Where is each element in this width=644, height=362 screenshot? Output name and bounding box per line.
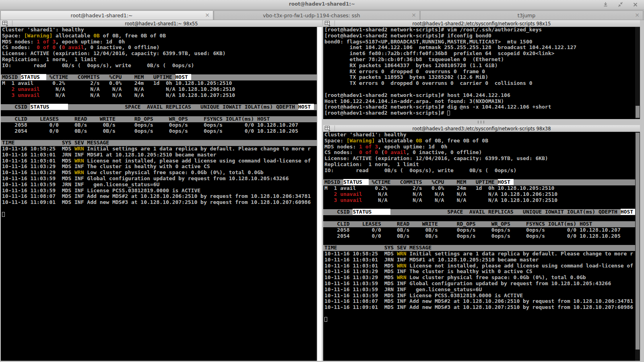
terminal-screen[interactable]: Cluster 'shared1': healthySpace: [Warnin…: [323, 132, 635, 361]
terminal-screen[interactable]: [root@hadev1-shared2 network-scripts]# v…: [323, 27, 635, 119]
scrollbar[interactable]: [317, 27, 322, 361]
window-title: root@hadev1-shared1:~: [0, 1, 644, 7]
tab-t3jump[interactable]: t3jump ×: [420, 10, 643, 20]
titlebar-separator: [334, 125, 335, 131]
terminal-screen[interactable]: Cluster 'shared1': healthySpace: [Warnin…: [1, 27, 317, 361]
tab-label: root@hadev1-shared1:~: [1, 12, 202, 19]
divider-grip[interactable]: [478, 121, 484, 123]
minimize-button[interactable]: [603, 2, 609, 8]
tab-close-icon[interactable]: ×: [411, 12, 416, 18]
terminal-pane-shared2[interactable]: root@hadev1-shared2:/etc/sysconfig/netwo…: [323, 20, 640, 119]
pane-title: root@hadev1-shared3:/etc/sysconfig/netwo…: [338, 126, 625, 132]
window-controls: [603, 2, 638, 8]
terminator-window: root@hadev1-shared1:~ root@hadev1-shared…: [0, 0, 644, 362]
close-window-icon[interactable]: [632, 2, 638, 8]
scrollbar[interactable]: [635, 132, 640, 361]
titlebar-separator: [334, 21, 335, 26]
group-grid-icon[interactable]: [324, 125, 332, 132]
scrollbar-thumb[interactable]: [318, 27, 322, 361]
titlebar-separator: [12, 21, 12, 26]
pane-titlebar[interactable]: root@hadev1-shared1:~ 98x55: [1, 20, 322, 27]
tab-shared1[interactable]: root@hadev1-shared1:~ ×: [0, 10, 213, 20]
pane-divider-horizontal[interactable]: [323, 119, 640, 125]
tab-close-icon[interactable]: ×: [635, 12, 640, 18]
pane-title: root@hadev1-shared2:/etc/sysconfig/netwo…: [338, 21, 625, 27]
scrollbar[interactable]: [635, 27, 640, 119]
tab-close-icon[interactable]: ×: [205, 12, 210, 18]
tab-label: vbo-t3x-pro-fw1-udp-1194-chases: ssh: [214, 12, 409, 19]
pane-titlebar[interactable]: root@hadev1-shared3:/etc/sysconfig/netwo…: [323, 125, 640, 132]
terminal-pane-shared3[interactable]: root@hadev1-shared3:/etc/sysconfig/netwo…: [323, 125, 640, 361]
group-grid-icon[interactable]: [2, 21, 10, 27]
tab-bar: root@hadev1-shared1:~ × vbo-t3x-pro-fw1-…: [0, 10, 644, 20]
pane-title: root@hadev1-shared1:~ 98x55: [15, 21, 308, 27]
pane-titlebar[interactable]: root@hadev1-shared2:/etc/sysconfig/netwo…: [323, 20, 640, 27]
tab-vbo-ssh[interactable]: vbo-t3x-pro-fw1-udp-1194-chases: ssh ×: [214, 10, 420, 20]
workspace: root@hadev1-shared1:~ 98x55 Cluster 'sha…: [1, 20, 640, 361]
terminal-pane-shared1[interactable]: root@hadev1-shared1:~ 98x55 Cluster 'sha…: [1, 20, 322, 361]
group-grid-icon[interactable]: [324, 21, 332, 27]
tab-label: t3jump: [421, 12, 632, 19]
window-titlebar[interactable]: root@hadev1-shared1:~: [0, 0, 644, 10]
restore-button[interactable]: [617, 2, 623, 8]
scrollbar-thumb[interactable]: [636, 133, 640, 350]
scrollbar-thumb[interactable]: [636, 106, 640, 118]
